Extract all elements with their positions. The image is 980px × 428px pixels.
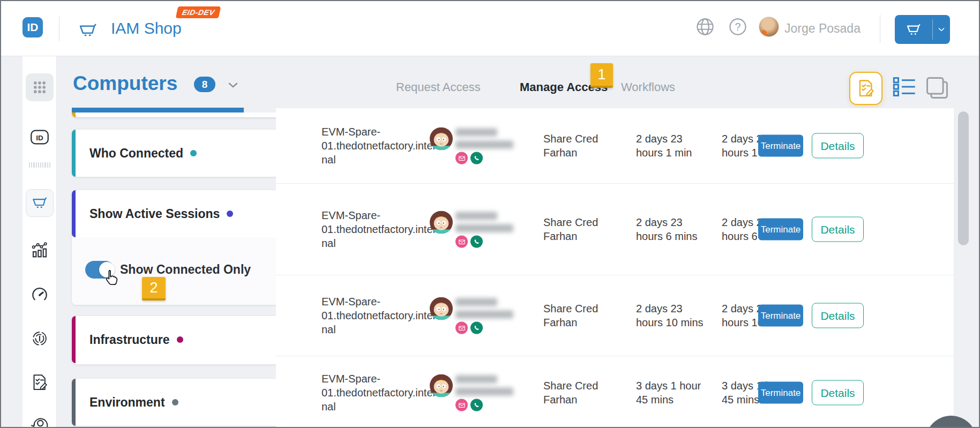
filter-label: Show Active Sessions [89,207,220,221]
filter-accent-bar [72,379,76,426]
redacted-user-name [455,376,497,384]
filter-status-dot [190,150,197,156]
sidebar-item-analytics[interactable] [26,236,54,264]
session-access-type: Share Cred Farhan [543,215,610,243]
filter-card-environment[interactable]: Environment [72,379,306,426]
user-avatar[interactable] [759,17,779,37]
sidebar-item-id-badge[interactable]: ID [26,123,54,151]
terminate-button[interactable]: Terminate [758,219,803,241]
terminate-button[interactable]: Terminate [758,135,803,157]
cart-button-icon [895,21,932,37]
details-button[interactable]: Details [812,217,864,242]
redacted-user-name [455,141,513,149]
annotation-step-2: 2 [142,277,166,301]
phone-status-icon [470,322,483,334]
session-access-type: Share Cred Farhan [543,302,610,329]
title-chevron-down-icon[interactable] [226,78,240,92]
redacted-user-name [455,388,513,396]
redacted-user-name [455,129,497,137]
annotation-step-1: 1 [590,63,613,88]
email-status-icon [455,399,468,411]
session-duration: 2 days 23 hours 6 mins [636,215,712,243]
sidebar-item-fingerprint[interactable] [26,325,54,352]
analytics-icon [31,241,48,258]
list-view-icon [892,76,917,97]
scrolled-card-remnant [72,112,306,117]
session-duration: 3 days 1 hour 45 mins [636,379,712,407]
filter-card-infrastructure[interactable]: Infrastructure [72,316,306,364]
session-host: EVM-Spare-01.thedotnetfactory.internal [321,208,438,250]
help-icon[interactable]: ? [728,17,748,37]
tab-workflows[interactable]: Workflows [621,80,675,94]
card-view-button[interactable] [924,75,950,101]
phone-status-icon [470,399,483,411]
app-title: IAM Shop [111,19,182,37]
cart-button[interactable] [895,15,950,44]
session-duration: 2 days 23 hours 1 min [636,132,712,160]
redacted-user-name [455,224,513,232]
chevron-down-icon[interactable] [933,25,950,34]
session-row: EVM-Spare-01.thedotnetfactory.internal [276,108,954,183]
filter-card-show-active-sessions[interactable]: Show Active Sessions Show Connected Only [72,190,306,305]
toggle-label: Show Connected Only [120,262,251,277]
details-button[interactable]: Details [812,133,864,159]
checklist-edit-icon [31,373,49,392]
session-user [430,211,513,248]
tasks-view-button[interactable] [849,72,882,105]
list-view-button[interactable] [892,76,917,100]
email-status-icon [455,236,468,248]
sidebar-item-user-sync[interactable] [26,411,54,428]
user-avatar [430,211,453,234]
filter-accent-bar [72,130,76,177]
help-glyph: ? [735,21,740,33]
terminate-button[interactable]: Terminate [758,382,803,404]
sidebar-item-gauge[interactable] [26,281,54,309]
redacted-user-name [455,212,497,220]
globe-icon[interactable] [695,17,715,37]
email-status-icon [455,322,468,334]
sidebar-item-tasks[interactable] [26,369,54,396]
app-window: ID IAM Shop EID-DEV ? Jorge Posada [0,0,980,428]
session-user [430,127,513,164]
tab-request-access[interactable]: Request Access [396,80,481,94]
email-status-icon [455,152,468,164]
filter-status-dot [227,211,233,217]
user-avatar [430,374,453,397]
fingerprint-icon [31,330,48,347]
sidebar-collapse-dashes [29,162,50,168]
filter-label: Who Connected [89,146,183,161]
redacted-user-name [455,298,497,306]
session-row: EVM-Spare-01.thedotnetfactory.internal [276,356,954,428]
terminate-button[interactable]: Terminate [758,305,803,327]
session-host: EVM-Spare-01.thedotnetfactory.internal [321,125,438,167]
filter-status-dot [172,399,178,406]
env-badge: EID-DEV [176,6,221,18]
connected-only-toggle[interactable] [85,261,114,279]
filter-status-dot [177,336,183,343]
page-title: Computers [73,72,177,95]
user-avatar [430,127,453,151]
header-divider [880,15,880,43]
sessions-table: EVM-Spare-01.thedotnetfactory.internal [276,108,954,428]
filter-card-who-connected[interactable]: Who Connected [72,130,306,177]
id-badge-icon-text: ID [36,134,43,142]
session-row: EVM-Spare-01.thedotnetfactory.internal [276,275,954,356]
user-refresh-icon [31,416,49,428]
session-host: EVM-Spare-01.thedotnetfactory.internal [321,295,438,336]
toggle-knob[interactable] [99,262,115,277]
user-avatar [430,297,453,320]
checklist-edit-icon [856,79,876,98]
gauge-icon [31,286,48,303]
cart-brand-icon[interactable] [78,20,98,41]
cart-icon [31,194,48,212]
phone-status-icon [470,152,483,164]
app-logo[interactable]: ID [23,17,43,37]
details-button[interactable]: Details [812,380,864,406]
sidebar-item-shop[interactable] [26,189,54,217]
user-name: Jorge Posada [784,21,861,36]
apps-grid-icon[interactable] [26,73,54,101]
details-button[interactable]: Details [812,303,864,328]
scrollbar-thumb[interactable] [958,111,969,245]
filter-accent-bar [72,316,76,363]
filter-label: Environment [89,395,165,410]
